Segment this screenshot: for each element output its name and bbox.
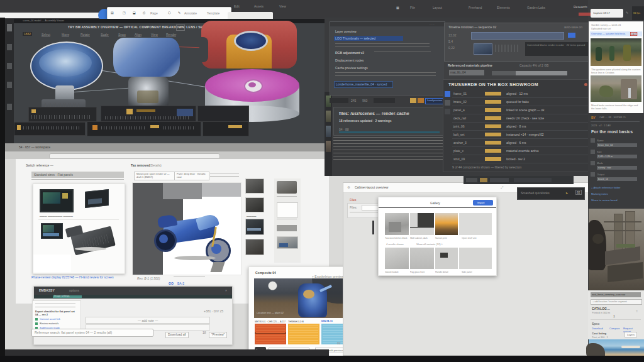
tool-chip[interactable]: View xyxy=(151,33,158,37)
thumbnail[interactable] xyxy=(277,236,298,249)
spec-link[interactable]: Download xyxy=(592,327,603,330)
add-location-chip[interactable]: + add location / transfer segment xyxy=(591,299,642,305)
preview-button[interactable]: "Preview" xyxy=(209,332,227,338)
field-input[interactable]: board_14 xyxy=(597,177,637,181)
object-lens[interactable] xyxy=(30,41,101,97)
gear-icon[interactable]: ⚙ xyxy=(347,185,350,189)
menu-item[interactable]: Edit xyxy=(234,4,240,8)
component-row[interactable]: panel_alinked to scene graph — ok xyxy=(452,106,588,114)
ide-row-selected[interactable]: LOO Thumbnails — selected xyxy=(334,36,403,41)
film-thumb[interactable] xyxy=(326,126,331,137)
ide-blue-link-chip[interactable]: Londerhome_masterfile_04 · synced xyxy=(334,81,393,88)
thumbnail[interactable] xyxy=(277,202,298,217)
rail-tool-button[interactable] xyxy=(7,82,12,88)
menu-item[interactable]: Layout xyxy=(433,6,442,9)
component-row[interactable]: plate_xmaterial override active xyxy=(452,147,588,155)
thumbnail[interactable] xyxy=(245,239,264,255)
timeline-go-button[interactable] xyxy=(568,33,575,38)
tool-chip[interactable]: Rotate xyxy=(80,33,90,37)
ide-row[interactable]: Displacement nodes xyxy=(335,58,364,62)
component-amber-chip[interactable] xyxy=(485,108,501,112)
timeline-bar[interactable] xyxy=(28,107,97,122)
object-gimbal[interactable] xyxy=(128,77,169,109)
component-row[interactable]: anchor_3aligned · 6 ms xyxy=(452,139,588,147)
console-bar[interactable] xyxy=(14,122,86,136)
menu-item[interactable]: Elements xyxy=(497,6,510,9)
chip-960[interactable]: 960 xyxy=(362,99,367,102)
tool-chip[interactable]: Move xyxy=(62,33,69,37)
component-amber-chip[interactable] xyxy=(485,133,501,136)
materials-input[interactable]: mat_lib_04 xyxy=(449,70,484,75)
menu-item[interactable]: View xyxy=(279,4,286,8)
component-row[interactable]: joint_06aligned · 8 ms xyxy=(452,123,588,131)
thumbnail[interactable] xyxy=(277,181,297,194)
rail-icon[interactable] xyxy=(445,91,450,97)
timeline-bar[interactable] xyxy=(101,106,196,122)
tool-chip[interactable]: Scale xyxy=(101,33,109,37)
rail-icon[interactable] xyxy=(445,100,450,106)
timeline-thumb[interactable] xyxy=(474,43,492,55)
photo-card-image[interactable]: Location test — plain 02 xyxy=(254,278,353,318)
ide-row[interactable]: RGB adjustment v2 xyxy=(335,51,364,55)
expand-icon[interactable]: ⤢ xyxy=(501,185,503,189)
ide-row[interactable]: Layer overview xyxy=(335,30,357,33)
inspector-link[interactable]: Marking notes xyxy=(591,192,608,195)
component-amber-chip[interactable] xyxy=(485,92,501,96)
menu-item[interactable]: Garden Labs xyxy=(527,6,545,9)
thumbnail[interactable] xyxy=(245,219,264,235)
ide-row[interactable]: Cache preview settings xyxy=(335,66,368,70)
yellow-tag[interactable] xyxy=(410,98,416,103)
dialog-thumb[interactable] xyxy=(459,213,492,235)
timeline-bar[interactable] xyxy=(197,106,249,122)
metric-block-orange[interactable] xyxy=(255,324,286,344)
rail-icon[interactable] xyxy=(445,109,450,114)
toolbar-page-icon[interactable]: ⎙ xyxy=(143,11,145,14)
dialog-thumb[interactable] xyxy=(410,213,434,235)
component-amber-chip[interactable] xyxy=(485,124,501,128)
inspector-link[interactable]: Share to review board xyxy=(591,199,618,202)
thumbnail[interactable] xyxy=(245,197,264,212)
toolbar-label[interactable]: Template xyxy=(207,11,219,15)
apps-grid-icon[interactable]: ▦ xyxy=(396,6,399,9)
component-row[interactable]: strut_09locked · rev 2 xyxy=(452,155,588,163)
toolbar-new-icon[interactable]: ▤ xyxy=(111,11,114,14)
component-row[interactable]: brace_02queued for bake xyxy=(452,98,588,106)
form-tab-label[interactable]: Image settings xyxy=(54,294,69,297)
browser-photo-2[interactable] xyxy=(591,75,641,102)
toolbar-label[interactable]: Annotate xyxy=(184,11,197,15)
orange-tag[interactable] xyxy=(418,98,424,103)
capture-chip[interactable]: Capture 08:17 xyxy=(591,9,623,18)
field-input[interactable]: survey · raw xyxy=(597,166,637,170)
timeline-progress[interactable] xyxy=(471,32,564,40)
object-blue-cylinder[interactable] xyxy=(113,38,180,77)
film-thumb[interactable] xyxy=(326,111,331,122)
tool-chip[interactable]: Snap xyxy=(118,33,126,37)
left-panel-header-bar[interactable]: Standard sizes · Flat panels xyxy=(31,172,124,178)
files-red-label[interactable]: Files xyxy=(350,198,357,202)
dialog-thumb[interactable] xyxy=(435,213,458,235)
product-photo-tv[interactable] xyxy=(40,189,74,212)
dialog-thumb[interactable] xyxy=(459,248,492,269)
product-photo-monitor[interactable] xyxy=(41,223,63,239)
console-bar[interactable] xyxy=(87,121,201,136)
materials-progress[interactable] xyxy=(492,71,567,75)
raw-chip[interactable]: RAW xyxy=(630,32,638,36)
dialog-thumb[interactable] xyxy=(385,248,409,269)
dialog-thumb[interactable] xyxy=(385,213,409,235)
product-photo-console[interactable] xyxy=(85,189,109,208)
import-button[interactable]: Import xyxy=(473,200,493,206)
browser-photo-1[interactable] xyxy=(591,38,641,66)
menu-item[interactable]: File xyxy=(410,6,415,9)
component-amber-chip[interactable] xyxy=(485,141,501,145)
console-bar[interactable] xyxy=(203,121,249,136)
table-close-dot[interactable] xyxy=(584,83,587,86)
moto-viewport[interactable] xyxy=(132,182,242,275)
component-amber-chip[interactable] xyxy=(485,149,501,153)
tool-chip[interactable]: Select xyxy=(42,33,50,37)
field-input[interactable]: fence_line_04 xyxy=(597,143,637,147)
tool-chip[interactable]: Render xyxy=(166,33,176,37)
browser-selected-row[interactable]: Overview — autumn field tests RAW xyxy=(590,31,642,36)
download-all-button[interactable]: Download all xyxy=(165,332,189,338)
tool-chip[interactable]: Align xyxy=(135,33,142,37)
menu-item[interactable]: Assets xyxy=(254,4,264,8)
